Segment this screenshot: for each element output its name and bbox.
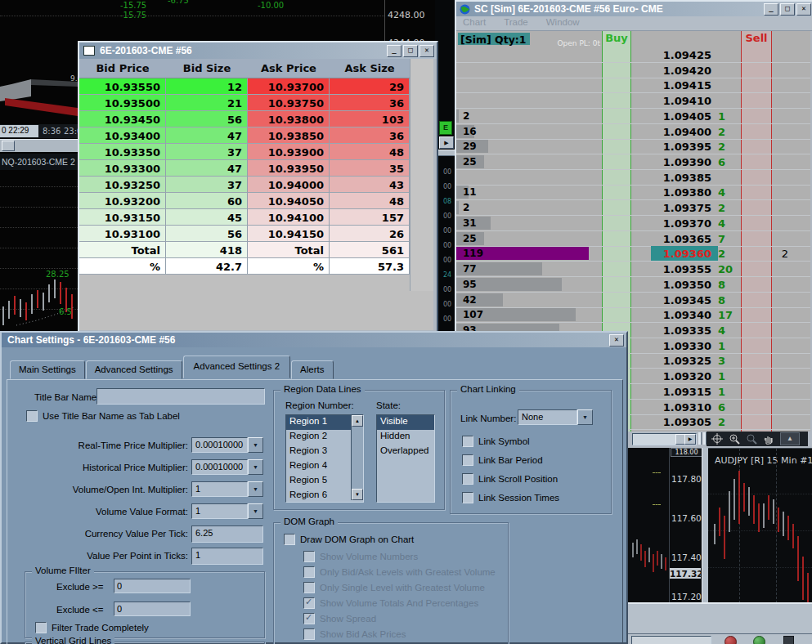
bid-cell[interactable]: 10.93500 xyxy=(79,95,166,111)
price-cell[interactable]: 1.09325 xyxy=(651,355,711,367)
checkbox-row-link-scroll-position[interactable]: Link Scroll Position xyxy=(462,473,558,485)
region-list-item[interactable]: Region 4 xyxy=(286,459,355,474)
field-combo[interactable]: 0.00010000▼ xyxy=(191,459,263,475)
expand-button[interactable]: E xyxy=(439,121,452,135)
bid-cell[interactable]: 10.93550 xyxy=(79,78,166,95)
bid-depth-size[interactable]: 11 xyxy=(463,186,477,198)
region-list-item[interactable]: Region 2 xyxy=(286,430,355,445)
price-cell[interactable]: 1.09335 xyxy=(651,324,711,337)
crosshair-tool-icon[interactable] xyxy=(711,433,723,445)
ask-cell[interactable]: 36 xyxy=(330,95,410,111)
price-cell[interactable]: 1.09340 xyxy=(651,309,711,321)
draw-dom-graph-checkbox[interactable] xyxy=(284,534,295,545)
bid-cell[interactable]: 56 xyxy=(166,111,248,127)
price-cell[interactable]: 1.09425 xyxy=(651,49,711,61)
sell-header[interactable]: Sell xyxy=(741,32,772,44)
bid-depth-size[interactable]: 107 xyxy=(463,309,483,320)
hand-tool-icon[interactable] xyxy=(763,433,774,445)
chevron-down-icon[interactable]: ▼ xyxy=(248,481,263,497)
price-cell[interactable]: 1.09330 xyxy=(651,340,711,352)
ask-cell[interactable]: 43 xyxy=(330,177,410,193)
ask-cell[interactable]: 36 xyxy=(330,127,410,144)
ask-cell[interactable]: 26 xyxy=(330,226,410,242)
state-list-item[interactable]: Visible xyxy=(377,415,434,430)
ask-cell[interactable]: 10.93800 xyxy=(248,111,330,127)
bid-cell[interactable]: 47 xyxy=(166,160,248,177)
price-cell[interactable]: 1.09320 xyxy=(651,370,711,382)
region-list-item[interactable]: Region 6 xyxy=(286,489,355,503)
use-title-checkbox-row[interactable]: Use Title Bar Name as Tab Label xyxy=(26,410,180,422)
field-input[interactable]: 1 xyxy=(191,548,263,565)
bid-depth-size[interactable]: 31 xyxy=(463,217,477,229)
dialog-titlebar[interactable]: Chart Settings - 6E-201603-CME #56 ✕ xyxy=(2,333,626,347)
close-button[interactable]: ✕ xyxy=(609,334,624,347)
price-cell[interactable]: 1.09395 xyxy=(651,141,711,153)
bid-depth-size[interactable]: 2 xyxy=(463,110,469,122)
disconnect-indicator-icon[interactable] xyxy=(725,636,737,644)
ask-cell[interactable]: 10.93900 xyxy=(248,144,330,160)
tab-main-settings[interactable]: Main Settings xyxy=(10,360,85,379)
price-cell[interactable]: 1.09375 xyxy=(651,202,711,214)
price-cell[interactable]: 1.09315 xyxy=(651,386,711,398)
price-cell[interactable]: 1.09365 xyxy=(651,233,711,245)
scrollbar-thumb[interactable] xyxy=(2,141,15,151)
bid-cell[interactable]: 10.93250 xyxy=(79,177,166,193)
bid-depth-size[interactable]: 16 xyxy=(463,126,477,137)
scroll-up-button[interactable]: ▲ xyxy=(352,415,363,427)
menu-chart[interactable]: Chart xyxy=(463,17,486,30)
bid-cell[interactable]: 12 xyxy=(166,78,248,95)
close-button[interactable]: ✕ xyxy=(419,45,434,57)
bid-cell[interactable]: 10.93450 xyxy=(79,111,166,127)
chevron-down-icon[interactable]: ▼ xyxy=(248,437,263,453)
menu-window[interactable]: Window xyxy=(546,17,580,30)
ask-cell[interactable]: 157 xyxy=(330,209,410,226)
bid-cell[interactable]: 10.93350 xyxy=(79,144,166,160)
bid-cell[interactable]: 10.93100 xyxy=(79,226,166,242)
bid-cell[interactable]: 21 xyxy=(166,95,248,111)
state-list-item[interactable]: Overlapped xyxy=(377,445,434,459)
price-cell[interactable]: 1.09345 xyxy=(651,294,711,306)
depth-table-titlebar[interactable]: 6E-201603-CME #56 _ □ ✕ xyxy=(79,42,437,59)
region-list-scrollbar[interactable]: ▲ ▼ xyxy=(351,415,363,500)
checkbox[interactable] xyxy=(462,436,473,447)
ask-cell[interactable]: 10.94150 xyxy=(248,226,330,242)
ladder-row[interactable]: 311.093704 xyxy=(456,216,810,231)
title-bar-name-input[interactable] xyxy=(96,388,265,405)
price-cell[interactable]: 1.09410 xyxy=(651,95,711,107)
status-square-icon[interactable] xyxy=(783,636,794,644)
minimize-button[interactable]: _ xyxy=(387,45,402,57)
state-list-item[interactable]: Hidden xyxy=(377,430,434,445)
connect-indicator-icon[interactable] xyxy=(753,636,765,644)
ask-cell[interactable]: 103 xyxy=(330,111,410,127)
scroll-right-button[interactable]: ▶ xyxy=(684,434,696,445)
link-number-combo[interactable]: None ▼ xyxy=(518,409,593,425)
draw-dom-graph-row[interactable]: Draw DOM Graph on Chart xyxy=(284,534,414,545)
ladder-row[interactable]: 111.093804 xyxy=(456,185,810,200)
field-combo[interactable]: 1▼ xyxy=(191,503,263,519)
price-cell[interactable]: 1.09380 xyxy=(651,186,711,199)
bid-cell[interactable]: 10.93150 xyxy=(79,209,166,226)
checkbox-row-link-symbol[interactable]: Link Symbol xyxy=(462,436,530,447)
filter-trade-checkbox-row[interactable]: Filter Trade Completely xyxy=(35,622,149,633)
ladder-row[interactable]: 1.09415 xyxy=(456,78,810,93)
ladder-row[interactable]: 1.09385 xyxy=(456,170,810,186)
ask-cell[interactable]: 29 xyxy=(330,78,410,95)
menu-trade[interactable]: Trade xyxy=(504,17,528,30)
filter-trade-checkbox[interactable] xyxy=(35,622,47,633)
bid-depth-size[interactable]: 2 xyxy=(463,202,469,213)
chevron-down-icon[interactable]: ▼ xyxy=(248,459,263,475)
bid-depth-size[interactable]: 29 xyxy=(463,141,477,152)
ladder-row[interactable]: 21.093752 xyxy=(456,200,810,216)
checkbox-row-link-session-times[interactable]: Link Session Times xyxy=(462,492,559,503)
ask-cell[interactable]: 10.94000 xyxy=(248,177,330,193)
checkbox[interactable] xyxy=(462,492,473,503)
price-cell[interactable]: 1.09360 xyxy=(651,246,718,261)
time-axis-selected[interactable]: 0 22:29 xyxy=(0,125,38,137)
maximize-button[interactable]: □ xyxy=(780,3,795,16)
state-list[interactable]: VisibleHiddenOverlapped xyxy=(376,414,435,503)
bid-depth-size[interactable]: 95 xyxy=(463,279,477,290)
bid-cell[interactable]: 56 xyxy=(166,226,248,242)
price-cell[interactable]: 1.09420 xyxy=(651,65,711,77)
bid-cell[interactable]: 10.93400 xyxy=(79,127,166,144)
scroll-right-button[interactable]: ▶ xyxy=(439,136,454,149)
